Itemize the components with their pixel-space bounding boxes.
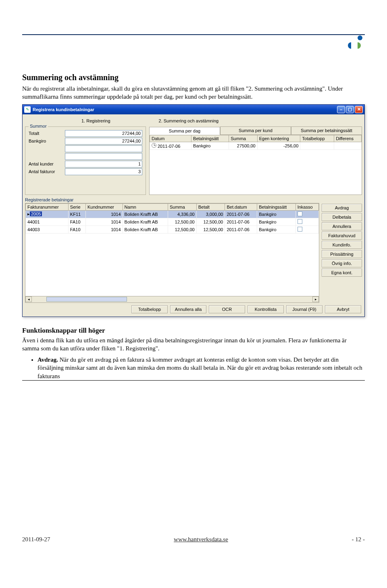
sub-paragraph: Även i denna flik kan du utföra en mängd… bbox=[22, 336, 365, 353]
cell-betalt: 12,500,00 bbox=[196, 226, 225, 233]
sumtab-betalningssatt[interactable]: Summa per betalningssätt bbox=[291, 126, 362, 135]
col-summa[interactable]: Summa bbox=[229, 135, 257, 142]
tab-registrering[interactable]: 1. Registrering bbox=[81, 118, 110, 123]
cell-fn: 44003 bbox=[26, 226, 69, 233]
field-bankgiro[interactable]: 27244,00 bbox=[65, 138, 142, 145]
col-betalt[interactable]: Betalt bbox=[196, 203, 225, 210]
kundinfo-button[interactable]: Kundinfo. bbox=[322, 241, 362, 249]
summary-grid-row[interactable]: 2011-07-06 Bankgiro 27500,00 -256,00 bbox=[150, 142, 362, 149]
window-title: Registrera kundinbetalningar bbox=[33, 107, 337, 112]
cell-diff bbox=[334, 142, 362, 149]
tab-summering[interactable]: 2. Summering och avstämning bbox=[159, 118, 219, 123]
col-egen-kontering[interactable]: Egen kontering bbox=[257, 135, 300, 142]
cell-betalt: 12,500,00 bbox=[196, 218, 225, 226]
col-kundnummer[interactable]: Kundnummer bbox=[85, 203, 123, 210]
annullera-button[interactable]: Annullera bbox=[322, 222, 362, 230]
summor-group: Summor Totalt 27244,00 Bankgiro 27244,00… bbox=[25, 126, 146, 195]
col-datum[interactable]: Datum bbox=[150, 135, 191, 142]
col-totalbelopp[interactable]: Totalbelopp bbox=[300, 135, 334, 142]
logo bbox=[348, 34, 365, 53]
ocr-button[interactable]: OCR bbox=[209, 305, 245, 313]
col-betalningssatt[interactable]: Betalningssätt bbox=[257, 203, 295, 210]
sumtab-kund[interactable]: Summa per kund bbox=[220, 126, 291, 135]
cell-betalt: 3,000,00 bbox=[196, 210, 225, 218]
checkbox-inkasso[interactable] bbox=[298, 219, 302, 224]
svg-point-0 bbox=[358, 35, 362, 40]
col-inkasso[interactable]: Inkasso bbox=[295, 203, 318, 210]
annullera-alla-button[interactable]: Annullera alla bbox=[170, 305, 206, 313]
totalbelopp-button[interactable]: Totalbelopp bbox=[131, 305, 168, 313]
field-antal-kunder[interactable]: 1 bbox=[65, 161, 142, 168]
minimize-button[interactable]: – bbox=[337, 106, 345, 113]
kontrollista-button[interactable]: Kontrollista bbox=[248, 305, 284, 313]
payments-grid[interactable]: Fakturanummer Serie Kundnummer Namn Summ… bbox=[25, 203, 319, 303]
close-button[interactable]: ✕ bbox=[355, 106, 363, 113]
footer-url: www.hantverksdata.se bbox=[174, 536, 228, 543]
cell-bs: Bankgiro bbox=[257, 210, 295, 218]
col-betalningsatt[interactable]: Betalningsätt bbox=[191, 135, 229, 142]
journal-button[interactable]: Journal (F9) bbox=[286, 305, 322, 313]
cell-bet: Bankgiro bbox=[191, 142, 229, 149]
field-blank2[interactable] bbox=[65, 153, 142, 160]
cell-kund: 1014 bbox=[85, 210, 123, 218]
clock-icon bbox=[152, 143, 156, 148]
col-serie[interactable]: Serie bbox=[68, 203, 85, 210]
intro-paragraph: När du registrerat alla inbetalningar, s… bbox=[22, 85, 365, 101]
app-icon: ✎ bbox=[24, 106, 31, 113]
col-betdatum[interactable]: Bet.datum bbox=[225, 203, 257, 210]
label-antal-kunder: Antal kunder bbox=[29, 161, 65, 166]
cell-datum2: 2011-07-06 bbox=[225, 218, 257, 226]
table-row[interactable]: 44003 FA10 1014 Boliden Krafft AB 12,500… bbox=[26, 226, 319, 233]
page-title: Summering och avstämning bbox=[22, 73, 365, 82]
checkbox-inkasso[interactable] bbox=[298, 211, 302, 216]
avbryt-button[interactable]: Avbryt bbox=[325, 305, 361, 313]
footer-page: - 12 - bbox=[352, 536, 365, 543]
cell-serie: FA10 bbox=[68, 226, 85, 233]
maximize-button[interactable]: ▢ bbox=[346, 106, 354, 113]
cell-serie: KF11 bbox=[68, 210, 85, 218]
cell-serie: FA10 bbox=[68, 218, 85, 226]
summary-grid[interactable]: Datum Betalningsätt Summa Egen kontering… bbox=[149, 135, 362, 195]
checkbox-inkasso[interactable] bbox=[298, 227, 302, 232]
summor-legend: Summor bbox=[29, 124, 48, 128]
sumtab-dag[interactable]: Summa per dag bbox=[149, 127, 220, 135]
cell-fn[interactable]: 2005 bbox=[30, 211, 42, 216]
header-rule bbox=[22, 34, 365, 35]
cell-namn: Boliden Krafft AB bbox=[123, 210, 168, 218]
field-totalt[interactable]: 27244,00 bbox=[65, 130, 142, 137]
field-blank1[interactable] bbox=[65, 145, 142, 152]
scroll-thumb[interactable] bbox=[46, 297, 127, 302]
cell-kund: 1014 bbox=[85, 226, 123, 233]
cell-total bbox=[300, 142, 334, 149]
table-row[interactable]: ▸2005 KF11 1014 Boliden Krafft AB 4,336,… bbox=[26, 210, 319, 218]
titlebar[interactable]: ✎ Registrera kundinbetalningar – ▢ ✕ bbox=[23, 105, 364, 114]
cell-kund: 1014 bbox=[85, 218, 123, 226]
col-differens[interactable]: Differens bbox=[334, 135, 362, 142]
egna-kont-button[interactable]: Egna kont. bbox=[322, 269, 362, 277]
bullet-text: När du gör ett avdrag på en faktura så k… bbox=[37, 356, 362, 379]
delbetala-button[interactable]: Delbetala bbox=[322, 213, 362, 221]
col-namn[interactable]: Namn bbox=[123, 203, 168, 210]
cell-egen: -256,00 bbox=[257, 142, 300, 149]
label-totalt: Totalt bbox=[29, 131, 65, 136]
cell-fn: 44001 bbox=[26, 218, 69, 226]
label-bankgiro: Bankgiro bbox=[29, 139, 65, 143]
table-row[interactable]: 44001 FA10 1014 Boliden Krafft AB 12,500… bbox=[26, 218, 319, 226]
bullet-avdrag: Avdrag. När du gör ett avdrag på en fakt… bbox=[37, 356, 365, 380]
col-summa2[interactable]: Summa bbox=[168, 203, 196, 210]
ovrig-info-button[interactable]: Övrig info. bbox=[322, 259, 362, 267]
avdrag-button[interactable]: Avdrag bbox=[322, 204, 362, 212]
prissattning-button[interactable]: Prissättning bbox=[322, 250, 362, 258]
fakturahuvud-button[interactable]: Fakturahuvud bbox=[322, 232, 362, 240]
cell-namn: Boliden Krafft AB bbox=[123, 226, 168, 233]
col-fakturanummer[interactable]: Fakturanummer bbox=[26, 203, 69, 210]
scroll-left-icon[interactable]: ◂ bbox=[25, 296, 32, 302]
footer-date: 2011-09-27 bbox=[22, 536, 50, 543]
cell-namn: Boliden Krafft AB bbox=[123, 218, 168, 226]
label-antal-fakturor: Antal fakturor bbox=[29, 169, 65, 174]
scroll-right-icon[interactable]: ▸ bbox=[312, 296, 319, 302]
horizontal-scrollbar[interactable]: ◂ ▸ bbox=[25, 296, 319, 302]
cell-datum2: 2011-07-06 bbox=[225, 210, 257, 218]
footer-rule bbox=[22, 380, 365, 381]
field-antal-fakturor[interactable]: 3 bbox=[65, 168, 142, 175]
